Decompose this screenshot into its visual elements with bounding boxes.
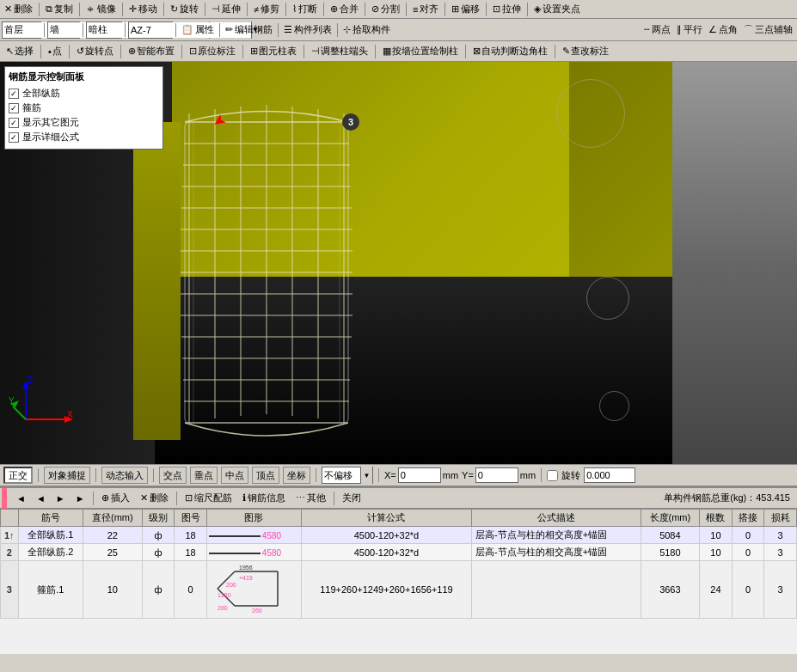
vertex-btn[interactable]: 顶点 xyxy=(252,467,279,484)
parallel-btn[interactable]: ∥ 平行 xyxy=(674,22,705,37)
row-loss: 3 xyxy=(764,527,797,544)
midpoint-btn[interactable]: 中点 xyxy=(221,467,248,484)
select-btn[interactable]: ↖ 选择 xyxy=(2,43,38,59)
viewport[interactable]: ➤ 3 Z X Y 钢筋显示控制面板 ✓ 全部纵筋 ✓ 箍筋 ✓ 显示其它图元 xyxy=(0,62,797,464)
property-btn[interactable]: 📋 属性 xyxy=(179,22,217,37)
x-input[interactable] xyxy=(398,467,441,483)
stretch-btn[interactable]: ⊡ 拉伸 xyxy=(490,2,524,16)
row-loss: 3 xyxy=(764,544,797,561)
y-input[interactable] xyxy=(475,467,518,483)
check-annotation-btn[interactable]: ✎ 查改标注 xyxy=(558,43,613,59)
trim-btn[interactable]: ≠ 修剪 xyxy=(251,2,282,16)
separator xyxy=(375,45,376,58)
dynamic-btn[interactable]: 动态输入 xyxy=(101,467,148,484)
table-row[interactable]: 1↑ 全部纵筋.1 22 ф 18 4580 4500-120+32*d 层高-… xyxy=(1,527,797,544)
separator xyxy=(175,23,176,37)
movetype-combo[interactable]: ▼ xyxy=(322,467,373,484)
row-formula: 119+260+1249+260+1656+119 xyxy=(301,561,471,619)
checkbox-0[interactable]: ✓ xyxy=(9,89,19,99)
table-row[interactable]: 2 全部纵筋.2 25 ф 18 4580 4500-120+32*d 层高-节… xyxy=(1,544,797,561)
y-unit: mm xyxy=(520,470,536,480)
checkbox-1[interactable]: ✓ xyxy=(9,103,19,113)
nav-first-btn[interactable]: ◄ xyxy=(12,490,30,507)
delete-btn[interactable]: ✕ 删除 xyxy=(2,2,35,16)
panel-item-0[interactable]: ✓ 全部纵筋 xyxy=(9,87,159,100)
nav-next-btn[interactable]: ► xyxy=(52,490,70,507)
perpendicular-btn[interactable]: 垂点 xyxy=(190,467,218,484)
rotate-checkbox[interactable] xyxy=(547,470,558,481)
mirror-btn[interactable]: ⫩ 镜像 xyxy=(83,2,119,16)
panel-item-3[interactable]: ✓ 显示详细公式 xyxy=(9,131,159,144)
draw-column-btn[interactable]: ▦ 按墙位置绘制柱 xyxy=(378,43,463,59)
row-length: 3663 xyxy=(641,561,700,619)
rotate-input[interactable] xyxy=(584,467,635,483)
panel-item-2[interactable]: ✓ 显示其它图元 xyxy=(9,116,159,129)
checkbox-3[interactable]: ✓ xyxy=(9,132,19,143)
table-row[interactable]: 3 箍筋.1 10 ф 0 200 280 1956 +419 1280 260… xyxy=(1,561,797,619)
inplace-btn[interactable]: ⊡ 原位标注 xyxy=(185,43,240,59)
rotatepoint-icon: ↺ xyxy=(77,46,84,57)
layer2-combo[interactable]: ▼ xyxy=(47,21,80,39)
component-list-icon: ☰ xyxy=(284,24,292,35)
nav-prev-btn[interactable]: ◄ xyxy=(32,490,50,507)
rebar-info-btn[interactable]: ℹ 钢筋信息 xyxy=(238,490,290,507)
separator xyxy=(334,492,334,505)
separator xyxy=(323,3,324,16)
separator xyxy=(120,45,121,58)
other-btn[interactable]: ⋯ 其他 xyxy=(291,490,330,507)
merge-btn[interactable]: ⊕ 合并 xyxy=(328,2,361,16)
break-btn[interactable]: ⌇ 打断 xyxy=(290,2,320,16)
columntable-btn[interactable]: ⊞ 图元柱表 xyxy=(246,43,301,59)
copy-btn[interactable]: ⧉ 复制 xyxy=(43,2,76,16)
table-scroll[interactable]: 筋号 直径(mm) 级别 图号 图形 计算公式 公式描述 长度(mm) 根数 搭… xyxy=(0,509,797,654)
snap-btn[interactable]: 对象捕捉 xyxy=(44,467,90,484)
coord-btn[interactable]: 坐标 xyxy=(283,467,310,484)
align-btn[interactable]: ≡ 对齐 xyxy=(410,2,441,16)
rotatepoint-btn[interactable]: ↺ 旋转点 xyxy=(72,43,118,59)
movetype-input[interactable] xyxy=(322,467,360,483)
layer1-combo[interactable]: ▼ xyxy=(2,21,41,39)
split-btn[interactable]: ⊘ 分割 xyxy=(369,2,402,16)
move-btn[interactable]: ✛ 移动 xyxy=(126,2,160,16)
scale-rebar-btn[interactable]: ⊡ 缩尺配筋 xyxy=(181,490,236,507)
row-count: 10 xyxy=(700,527,733,544)
rotate-btn[interactable]: ↻ 旋转 xyxy=(168,2,201,16)
movetype-arrow[interactable]: ▼ xyxy=(360,467,372,484)
pointangle-btn[interactable]: ∠ 点角 xyxy=(706,22,740,37)
offset-btn[interactable]: ⊞ 偏移 xyxy=(449,2,482,16)
row-diameter: 25 xyxy=(83,544,143,561)
control-panel-title: 钢筋显示控制面板 xyxy=(9,70,159,83)
table-delete-btn[interactable]: ✕ 删除 xyxy=(136,490,173,507)
close-btn[interactable]: 关闭 xyxy=(338,490,365,507)
panel-item-1[interactable]: ✓ 箍筋 xyxy=(9,101,159,114)
row-id: 箍筋.1 xyxy=(18,561,83,619)
col-diameter: 直径(mm) xyxy=(83,510,143,527)
setpoints-btn[interactable]: ◈ 设置夹点 xyxy=(531,2,583,16)
code-combo[interactable]: ▼ xyxy=(128,21,173,39)
toolbar-second: ▼ ▼ ▼ ▼ 📋 属性 ✏ 编辑钢筋 ☰ 构件列表 ⊹ 拾取构件 ╌ 两点 ∥… xyxy=(0,19,797,41)
panel-gray-right xyxy=(664,62,797,464)
edit-rebar-btn[interactable]: ✏ 编辑钢筋 xyxy=(223,22,275,37)
row-fignum: 18 xyxy=(175,544,207,561)
component-list-btn[interactable]: ☰ 构件列表 xyxy=(281,22,334,37)
twopoint-btn[interactable]: ╌ 两点 xyxy=(641,22,673,37)
separator xyxy=(79,3,80,16)
orthogonal-btn[interactable]: 正交 xyxy=(3,467,33,484)
nav-last-btn[interactable]: ► xyxy=(71,490,89,507)
adjust-end-btn[interactable]: ⊣ 调整柱端头 xyxy=(307,43,372,59)
col-loss: 损耗 xyxy=(764,510,797,527)
threepoint-btn[interactable]: ⌒ 三点辅轴 xyxy=(741,22,795,37)
row-length: 5180 xyxy=(641,544,700,561)
layer3-combo[interactable]: ▼ xyxy=(86,21,122,39)
intersect-btn[interactable]: 交点 xyxy=(159,467,187,484)
extend-btn[interactable]: ⊣ 延伸 xyxy=(209,2,243,16)
point-btn[interactable]: • 点 xyxy=(44,43,66,59)
smartplace-btn[interactable]: ⊕ 智能布置 xyxy=(124,43,179,59)
checkbox-2[interactable]: ✓ xyxy=(9,118,19,128)
pick-component-btn[interactable]: ⊹ 拾取构件 xyxy=(340,22,393,37)
separator xyxy=(316,468,316,482)
circle-indicator-2 xyxy=(586,277,629,320)
circle-indicator-3 xyxy=(599,391,629,421)
insert-btn[interactable]: ⊕ 插入 xyxy=(97,490,134,507)
auto-judge-btn[interactable]: ⊠ 自动判断边角柱 xyxy=(469,43,552,59)
